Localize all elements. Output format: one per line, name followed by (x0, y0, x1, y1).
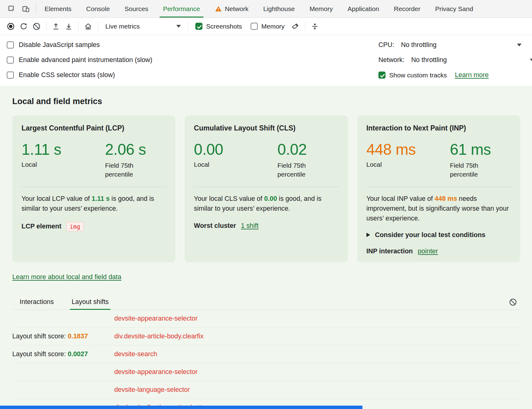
lcp-footer: LCP element img (22, 222, 166, 231)
tab-application[interactable]: Application (340, 0, 387, 18)
divider (98, 22, 98, 31)
tab-lighthouse[interactable]: Lighthouse (256, 0, 302, 18)
lcp-element-label: LCP element (22, 223, 61, 230)
lcp-card-title: Largest Contentful Paint (LCP) (22, 124, 166, 132)
layout-shift-score (12, 386, 114, 394)
capture-settings-icon[interactable] (308, 20, 321, 33)
live-metrics-log: Interactions Layout shifts devsite-appea… (12, 294, 520, 409)
divider (78, 22, 79, 31)
screenshots-toggle[interactable]: Screenshots (195, 23, 242, 30)
tab-label: Layout shifts (72, 298, 109, 306)
option-label: Disable JavaScript samples (19, 41, 100, 49)
layout-shift-row: devsite-language-selector (12, 381, 520, 399)
show-custom-tracks-label: Show custom tracks (389, 72, 447, 79)
record-and-reload-button[interactable] (17, 20, 30, 33)
tab-label: Lighthouse (263, 5, 295, 13)
lcp-field-label: Field 75th percentile (105, 161, 145, 179)
inp-local-value: 448 ms (366, 142, 450, 158)
tab-label: Elements (45, 5, 72, 13)
devtools-window: Elements Console Sources Performance Net… (0, 0, 532, 409)
chevron-down-icon[interactable] (517, 44, 522, 46)
home-icon[interactable] (82, 20, 95, 33)
tab-network[interactable]: Network (207, 0, 256, 18)
screenshots-checkbox[interactable] (195, 23, 202, 30)
record-button[interactable] (4, 20, 17, 33)
node-link[interactable]: div.devsite-article-body.clearfix (114, 333, 204, 340)
css-selector-stats-option[interactable]: Enable CSS selector stats (slow) (7, 68, 152, 83)
triangle-right-icon (366, 233, 370, 237)
tab-performance[interactable]: Performance (156, 0, 207, 18)
inp-card: Interaction to Next Paint (INP) 448 ms L… (357, 115, 520, 262)
lcp-card: Largest Contentful Paint (LCP) 1.11 s Lo… (12, 115, 175, 262)
live-metrics-panel: Local and field metrics Largest Contentf… (0, 86, 532, 409)
cpu-throttling-select[interactable]: No throttling (401, 41, 436, 49)
load-profile-icon[interactable] (49, 20, 62, 33)
tab-layout-shifts[interactable]: Layout shifts (70, 294, 111, 310)
node-link[interactable]: devsite-language-selector (114, 386, 190, 394)
memory-checkbox[interactable] (251, 23, 258, 30)
show-custom-tracks-toggle[interactable]: Show custom tracks (378, 72, 447, 79)
layout-shift-row: devsite-appearance-selector (12, 310, 520, 328)
disable-js-samples-checkbox[interactable] (7, 41, 14, 49)
tab-elements[interactable]: Elements (37, 0, 79, 18)
inp-local-column: 448 ms Local (366, 142, 450, 179)
tab-interactions[interactable]: Interactions (18, 294, 56, 310)
performance-toolbar: Live metrics Screenshots Memory (0, 18, 532, 35)
metric-cards: Largest Contentful Paint (LCP) 1.11 s Lo… (12, 115, 520, 262)
view-mode-select[interactable]: Live metrics (101, 20, 185, 33)
tab-label: Memory (310, 5, 333, 13)
clear-log-icon[interactable] (507, 296, 519, 308)
tab-recorder[interactable]: Recorder (386, 0, 428, 18)
inp-field-value: 61 ms (450, 142, 491, 158)
node-link[interactable]: devsite-appearance-selector (114, 368, 198, 376)
inp-local-label: Local (366, 161, 450, 168)
node-link[interactable]: devsite-search (114, 350, 157, 358)
inp-interaction-link[interactable]: pointer (418, 247, 438, 255)
inp-field-column: 61 ms Field 75th percentile (450, 142, 491, 179)
clear-button[interactable] (30, 20, 43, 33)
inp-field-label: Field 75th percentile (450, 161, 490, 179)
cpu-label: CPU: (378, 41, 394, 49)
cls-description: Your local CLS value of 0.00 is good, an… (194, 194, 338, 213)
divider (22, 187, 166, 187)
tab-sources[interactable]: Sources (117, 0, 156, 18)
css-selector-stats-checkbox[interactable] (7, 72, 14, 79)
learn-more-link[interactable]: Learn more (455, 71, 489, 79)
collect-garbage-icon[interactable] (289, 20, 302, 33)
tool-icons-group (3, 0, 34, 18)
tab-label: Sources (125, 5, 148, 13)
worst-cluster-link[interactable]: 1 shift (241, 222, 258, 230)
network-throttling-select[interactable]: No throttling (411, 56, 447, 64)
device-toolbar-icon[interactable] (20, 3, 32, 15)
inp-values: 448 ms Local 61 ms Field 75th percentile (366, 142, 511, 179)
lcp-element-chip[interactable]: img (66, 222, 84, 231)
show-custom-tracks-checkbox[interactable] (378, 72, 385, 79)
cls-local-value: 0.00 (194, 142, 277, 158)
tab-label: Console (86, 5, 110, 13)
tab-label: Performance (163, 5, 200, 13)
inspect-element-icon[interactable] (6, 3, 18, 15)
disable-js-samples-option[interactable]: Disable JavaScript samples (7, 37, 152, 53)
cls-field-column: 0.02 Field 75th percentile (277, 142, 317, 179)
memory-toggle[interactable]: Memory (251, 23, 285, 30)
save-profile-icon[interactable] (62, 20, 75, 33)
tab-console[interactable]: Console (79, 0, 117, 18)
advanced-paint-instrumentation-option[interactable]: Enable advanced paint instrumentation (s… (7, 53, 152, 68)
advanced-paint-checkbox[interactable] (7, 56, 14, 64)
tab-privacy-sandbox[interactable]: Privacy Sand (428, 0, 481, 18)
local-test-conditions-label: Consider your local test conditions (375, 231, 486, 239)
node-link[interactable]: devsite-appearance-selector (114, 315, 198, 322)
learn-more-field-data-link[interactable]: Learn more about local and field data (12, 273, 121, 281)
chevron-down-icon[interactable] (530, 59, 532, 61)
memory-label: Memory (261, 23, 285, 30)
divider (305, 22, 305, 31)
local-test-conditions-expander[interactable]: Consider your local test conditions (366, 231, 511, 239)
horizontal-scrollbar-thumb[interactable] (0, 406, 362, 409)
network-label: Network: (378, 56, 405, 64)
capture-settings-strip: Disable JavaScript samples Enable advanc… (0, 35, 532, 86)
cls-local-label: Local (194, 161, 277, 168)
tab-label: Recorder (394, 5, 420, 13)
tab-memory[interactable]: Memory (302, 0, 340, 18)
show-custom-tracks-row: Show custom tracks Learn more (378, 68, 532, 83)
devtools-tabbar: Elements Console Sources Performance Net… (0, 0, 532, 18)
